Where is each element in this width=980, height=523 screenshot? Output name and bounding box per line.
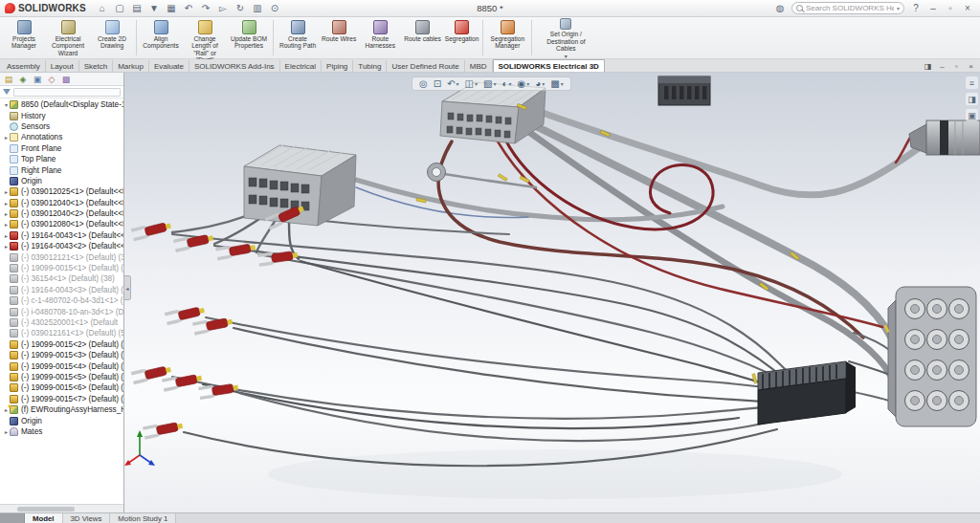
tree-arrow-icon[interactable]: ▸: [3, 243, 10, 250]
tree-item[interactable]: History: [1, 110, 123, 120]
command-tab-layout[interactable]: Layout: [46, 60, 79, 72]
headsup-tool-view-orientation[interactable]: ▧▾: [481, 78, 498, 89]
ribbon-button-create-routing-path[interactable]: Create Routing Path: [276, 18, 320, 57]
tree-item[interactable]: ▾8850 (Default<Display State-1>): [1, 99, 123, 110]
zoom-fit-icon[interactable]: ◎: [419, 78, 428, 89]
panel-tab-propertymanager[interactable]: ◈: [16, 74, 30, 85]
collapse-panel-icon[interactable]: ≡: [966, 76, 978, 89]
headsup-tool-previous-view[interactable]: ↶▾: [445, 78, 460, 89]
tree-item[interactable]: ▸▲(f) EWRoutingAssyHarness_H8: [1, 404, 123, 415]
tree-arrow-icon[interactable]: ▾: [3, 101, 10, 108]
command-tab-mbd[interactable]: MBD: [465, 60, 493, 72]
hide-show-items-icon[interactable]: ◉: [518, 78, 526, 89]
panel-horizontal-scrollbar[interactable]: [0, 504, 123, 512]
tree-item[interactable]: Origin: [1, 176, 123, 186]
statusbar-tab-3d-views[interactable]: 3D Views: [63, 513, 111, 523]
search-input[interactable]: [806, 4, 894, 12]
command-tab-user-defined-route[interactable]: User Defined Route: [387, 60, 464, 72]
section-view-icon[interactable]: ◫: [465, 78, 474, 89]
tree-item[interactable]: ▸Annotations: [1, 132, 123, 142]
command-tab-electrical[interactable]: Electrical: [280, 60, 322, 72]
tree-item[interactable]: Front Plane: [1, 143, 123, 154]
tree-item[interactable]: (-) 4302520001<1> (Default: [1, 317, 123, 328]
ribbon-button-route-wires[interactable]: Route Wires: [320, 18, 358, 57]
command-tab-solidworks-electrical-3d[interactable]: SOLIDWORKS Electrical 3D: [493, 59, 605, 72]
tree-item[interactable]: ▸(-) 039012040<1> (Default<<Default: [1, 198, 123, 208]
headsup-tool-view-settings[interactable]: ▩▾: [548, 78, 565, 89]
home-icon[interactable]: ⌂: [95, 2, 110, 15]
tree-item[interactable]: ▸(-) 039012080<1> (Default<<Default: [1, 219, 123, 229]
tree-arrow-icon[interactable]: ▸: [3, 221, 10, 228]
filter-input[interactable]: [13, 88, 121, 97]
ribbon-button-segregation-manager[interactable]: Segregation Manager: [485, 18, 529, 57]
panel-collapse-handle[interactable]: ◂: [124, 275, 131, 300]
tree-item[interactable]: ▸(-) 19164-0043<1> (Default<<Defau: [1, 230, 123, 241]
ribbon-button-align-components[interactable]: Align Components: [139, 18, 183, 57]
help-icon[interactable]: ?: [908, 2, 924, 15]
tree-item[interactable]: (-) 19099-0015<7> (Default) (57): [1, 394, 123, 404]
panel-tab-configurationmanager[interactable]: ▣: [31, 74, 44, 85]
command-tab-evaluate[interactable]: Evaluate: [149, 60, 189, 72]
tree-item[interactable]: (-) 19099-0015<4> (Default) (54): [1, 360, 123, 371]
tree-item[interactable]: (-) 19099-0015<1> (Default) (37): [1, 263, 123, 273]
close-icon[interactable]: ×: [960, 2, 975, 15]
ribbon-button-change-length[interactable]: Change Length of "Rail" or "Duct": [183, 18, 227, 57]
tree-item[interactable]: ▸Mates: [1, 426, 123, 437]
restore-icon[interactable]: ▫: [943, 2, 958, 15]
minimize-window-icon[interactable]: –: [936, 61, 948, 72]
new-document-icon[interactable]: ▢: [112, 2, 127, 15]
command-tab-tubing[interactable]: Tubing: [353, 60, 387, 72]
viewport-3d-scene[interactable]: [124, 73, 980, 512]
zoom-to-area-icon[interactable]: ⊡: [434, 78, 441, 89]
statusbar-tab-motion-study-1[interactable]: Motion Study 1: [110, 513, 176, 523]
tree-item[interactable]: Top Plane: [1, 154, 123, 164]
tree-arrow-icon[interactable]: ▸: [3, 232, 10, 239]
command-tab-sketch[interactable]: Sketch: [79, 60, 113, 72]
print-icon[interactable]: ▦: [164, 2, 179, 15]
edit-appearance-icon[interactable]: ◕: [535, 78, 541, 89]
ribbon-button-update-bom[interactable]: Update BOM Properties: [227, 18, 271, 57]
scrollbar-thumb[interactable]: [17, 507, 75, 512]
open-icon[interactable]: ▤: [129, 2, 145, 15]
search-dropdown-icon[interactable]: ▾: [897, 5, 900, 11]
display-style-icon[interactable]: ◐: [501, 78, 507, 89]
display-pane-icon[interactable]: ◨: [966, 93, 978, 105]
help-search-box[interactable]: ▾: [791, 2, 904, 14]
tree-item[interactable]: (-) 36154<1> (Default) (38): [1, 273, 123, 284]
display-pane-toggle-icon[interactable]: ◨: [922, 61, 934, 72]
tree-item[interactable]: (-) 039012161<1> (Default) (51): [1, 328, 123, 338]
task-pane-icon[interactable]: ▣: [966, 109, 978, 121]
panel-tab-dimxpertmanager[interactable]: ◇: [45, 74, 58, 85]
tree-arrow-icon[interactable]: ▸: [3, 134, 10, 141]
statusbar-tab-model[interactable]: Model: [25, 513, 63, 523]
tree-item[interactable]: (-) 19099-0015<5> (Default) (55): [1, 372, 123, 382]
ribbon-button-electrical-component-wizard[interactable]: Electrical Component Wizard: [46, 18, 90, 57]
tree-arrow-icon[interactable]: ▸: [3, 428, 10, 435]
ribbon-button-route-cables[interactable]: Route cables: [402, 18, 443, 57]
previous-view-icon[interactable]: ↶: [447, 78, 455, 89]
headsup-tool-edit-appearance[interactable]: ◕▾: [533, 78, 546, 89]
tree-arrow-icon[interactable]: ▸: [3, 200, 10, 207]
ring-terminal[interactable]: [428, 163, 446, 182]
headsup-tool-hide-show-items[interactable]: ◉▾: [516, 78, 532, 89]
save-icon[interactable]: ▼: [146, 2, 162, 15]
tree-item[interactable]: ▸(-) 039012040<2> (Default<<Default: [1, 208, 123, 219]
headsup-tool-display-style[interactable]: ◐▾: [500, 78, 513, 89]
file-properties-icon[interactable]: ▥: [250, 2, 265, 15]
rebuild-icon[interactable]: ↻: [233, 2, 248, 15]
connector-right-round-pin[interactable]: [883, 287, 976, 426]
filter-funnel-icon[interactable]: [3, 89, 11, 95]
tree-item[interactable]: (-) 19099-0015<6> (Default) (56): [1, 382, 123, 393]
ribbon-button-route-harnesses[interactable]: Route Harnesses: [358, 18, 402, 57]
tree-item[interactable]: Right Plane: [1, 164, 123, 175]
ribbon-button-set-origin[interactable]: Set Origin / Destination of Cables▾: [534, 18, 597, 57]
tree-item[interactable]: ▸(-) 19164-0043<2> (Default<<Defau: [1, 241, 123, 251]
tree-arrow-icon[interactable]: ▸: [3, 210, 10, 217]
tree-item[interactable]: Sensors: [1, 121, 123, 132]
command-tab-assembly[interactable]: Assembly: [2, 60, 46, 72]
view-settings-icon[interactable]: ▩: [550, 78, 559, 89]
connector-black-top-right[interactable]: [658, 76, 710, 105]
command-tab-piping[interactable]: Piping: [322, 60, 353, 72]
tree-item[interactable]: (-) 19099-0015<3> (Default) (53): [1, 350, 123, 360]
options-icon[interactable]: ⊙: [267, 2, 282, 15]
